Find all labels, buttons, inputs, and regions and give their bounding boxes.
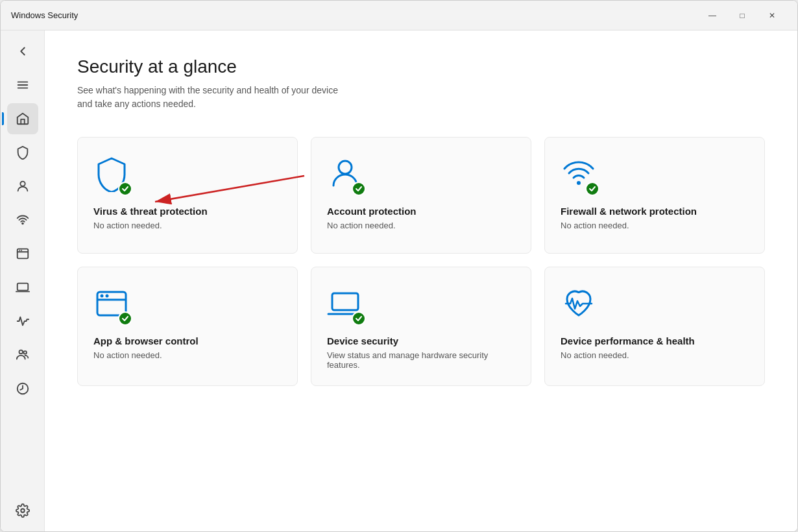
wifi-nav-icon <box>16 213 30 227</box>
sidebar-item-menu[interactable] <box>7 69 38 101</box>
card-account-protection[interactable]: Account protection No action needed. <box>311 137 531 254</box>
heartrate-card-icon <box>561 285 597 322</box>
sidebar <box>1 30 45 531</box>
card-title-health: Device performance & health <box>561 335 749 348</box>
sidebar-item-home[interactable] <box>7 103 38 134</box>
app-window: Windows Security — □ ✕ <box>0 0 798 532</box>
svg-point-7 <box>19 250 20 251</box>
app-body: Security at a glance See what's happenin… <box>1 30 797 531</box>
card-firewall-protection[interactable]: Firewall & network protection No action … <box>544 137 765 254</box>
svg-point-3 <box>20 182 25 186</box>
card-title-app: App & browser control <box>93 335 282 348</box>
window-controls: — □ ✕ <box>697 5 787 26</box>
svg-rect-5 <box>17 249 28 259</box>
sidebar-item-firewall[interactable] <box>7 204 38 236</box>
back-icon <box>16 44 30 58</box>
card-status-app: No action needed. <box>93 350 282 360</box>
sidebar-item-health[interactable] <box>7 306 38 337</box>
svg-point-21 <box>101 295 104 298</box>
card-virus-protection[interactable]: Virus & threat protection No action need… <box>77 137 298 254</box>
cards-container: Virus & threat protection No action need… <box>77 137 765 386</box>
card-icon-wrapper-app <box>93 285 130 324</box>
window-title: Windows Security <box>11 10 697 20</box>
main-content: Security at a glance See what's happenin… <box>45 30 797 531</box>
card-status-firewall: No action needed. <box>561 221 749 230</box>
menu-icon <box>16 78 30 92</box>
card-icon-wrapper-health <box>561 285 597 324</box>
sidebar-item-settings[interactable] <box>7 495 38 526</box>
health-nav-icon <box>16 314 30 328</box>
check-badge-virus <box>118 182 132 196</box>
page-subtitle: See what's happening with the security a… <box>77 84 765 111</box>
shield-nav-icon <box>16 145 30 160</box>
card-icon-wrapper-virus <box>93 156 130 195</box>
home-icon <box>16 112 30 126</box>
close-button[interactable]: ✕ <box>757 5 787 26</box>
card-status-virus: No action needed. <box>93 221 282 230</box>
svg-point-17 <box>339 161 352 174</box>
sidebar-item-app[interactable] <box>7 238 38 269</box>
card-icon-wrapper-account <box>327 156 363 195</box>
svg-point-22 <box>106 295 109 298</box>
card-icon-wrapper-firewall <box>561 156 597 195</box>
check-badge-account <box>352 182 366 196</box>
card-device-health[interactable]: Device performance & health No action ne… <box>544 267 765 386</box>
svg-point-12 <box>23 351 27 354</box>
maximize-button[interactable]: □ <box>727 5 757 26</box>
svg-point-4 <box>22 223 23 224</box>
settings-nav-icon <box>16 503 30 518</box>
page-title: Security at a glance <box>77 56 765 77</box>
person-nav-icon <box>16 179 30 193</box>
svg-rect-23 <box>332 293 358 310</box>
svg-point-14 <box>21 509 25 513</box>
sidebar-item-virus[interactable] <box>7 137 38 168</box>
browser-nav-icon <box>16 247 30 261</box>
card-icon-wrapper-device <box>327 285 363 324</box>
card-title-firewall: Firewall & network protection <box>561 205 749 218</box>
card-title-device: Device security <box>327 335 515 348</box>
card-status-account: No action needed. <box>327 221 515 230</box>
card-app-browser[interactable]: App & browser control No action needed. <box>77 267 298 386</box>
sidebar-item-history[interactable] <box>7 373 38 404</box>
family-nav-icon <box>16 348 30 362</box>
card-status-health: No action needed. <box>561 350 749 360</box>
svg-point-18 <box>577 181 581 185</box>
sidebar-item-account[interactable] <box>7 171 38 202</box>
check-badge-device <box>352 311 366 326</box>
laptop-nav-icon <box>16 280 30 295</box>
title-bar: Windows Security — □ ✕ <box>1 1 797 30</box>
history-nav-icon <box>16 381 30 396</box>
svg-rect-9 <box>17 284 28 291</box>
sidebar-item-device[interactable] <box>7 272 38 303</box>
svg-point-8 <box>21 250 22 251</box>
check-badge-app <box>118 311 132 326</box>
svg-point-11 <box>19 350 23 354</box>
card-title-virus: Virus & threat protection <box>93 205 282 218</box>
card-device-security[interactable]: Device security View status and manage h… <box>311 267 531 386</box>
sidebar-item-family[interactable] <box>7 339 38 370</box>
sidebar-item-back[interactable] <box>7 36 38 67</box>
check-badge-firewall <box>585 182 599 196</box>
card-title-account: Account protection <box>327 205 515 218</box>
card-status-device: View status and manage hardware security… <box>327 350 515 370</box>
cards-grid: Virus & threat protection No action need… <box>77 137 765 386</box>
minimize-button[interactable]: — <box>697 5 727 26</box>
